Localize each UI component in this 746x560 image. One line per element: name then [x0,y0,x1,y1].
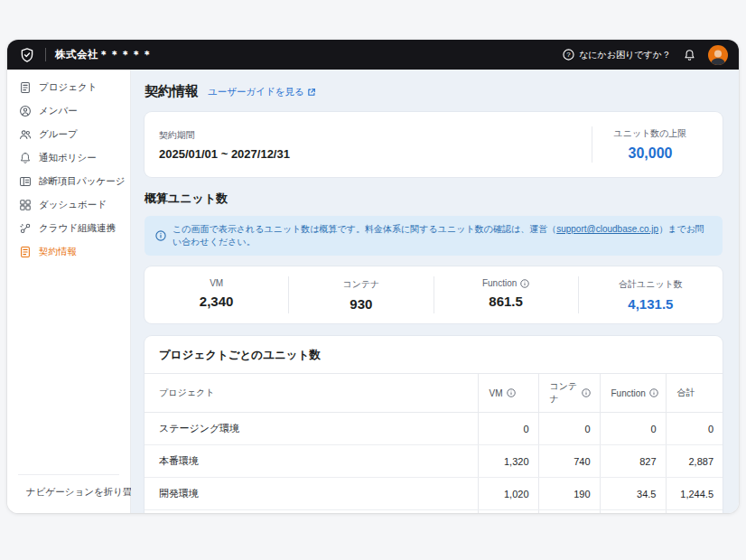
sidebar-item-label: プロジェクト [39,81,97,94]
sidebar-item-dashboard[interactable]: ダッシュボード [7,193,130,217]
column-header-vm: VM [478,374,538,413]
sidebar-item-label: 通知ポリシー [39,152,97,164]
collapse-navigation-button[interactable]: ナビゲーションを折り畳む [7,475,130,513]
info-circle-icon[interactable] [582,388,591,397]
page-title: 契約情報 [145,83,199,100]
column-header-total: 合計 [666,374,723,413]
unit-cap-value: 30,000 [592,145,708,162]
unit-stats-card: VM 2,340 コンテナ 930 Function 861.5 [145,266,723,323]
estimate-notice-banner: この画面で表示されるユニット数は概算です。料金体系に関するユニット数の確認は、運… [145,216,723,256]
table-total-row: 合計 2,340 930 861.5 4,131.5 [145,510,723,514]
question-circle-icon: ? [563,49,574,61]
user-avatar[interactable] [708,45,728,65]
function-cell: 827 [600,445,666,478]
sidebar: プロジェクト メンバー グループ 通知ポリシー [7,70,131,513]
table-header-row: プロジェクト VM コンテナ Function 合計 [145,374,723,413]
sidebar-item-label: 診断項目パッケージ [39,175,125,188]
sidebar-item-assessment-package[interactable]: 診断項目パッケージ [7,170,130,193]
grand-total-cell: 4,131.5 [666,510,723,514]
stat-total-units-value: 4,131.5 [583,296,719,312]
member-icon [19,105,32,117]
contract-document-icon [19,246,32,258]
total-cell: 2,887 [666,445,723,478]
sidebar-item-groups[interactable]: グループ [7,123,130,146]
project-units-table: プロジェクト VM コンテナ Function 合計 ステージング環境 0 0 [145,373,723,513]
collapse-navigation-label: ナビゲーションを折り畳む [26,486,142,499]
sidebar-item-label: グループ [39,128,78,141]
bell-icon [684,49,695,61]
vm-cell: 0 [478,413,538,445]
sidebar-item-label: クラウド組織連携 [39,222,116,235]
bell-icon [19,152,32,164]
stat-function-value: 861.5 [438,294,574,309]
project-name-cell: 開発環境 [145,478,478,510]
column-header-container: コンテナ [538,374,600,413]
container-cell: 740 [538,445,600,478]
table-row: ステージング環境 0 0 0 0 [145,413,723,445]
stat-function: Function 861.5 [434,276,578,313]
help-button[interactable]: ? なにかお困りですか？ [563,49,671,61]
container-cell: 190 [538,478,600,510]
document-icon [19,81,32,94]
company-name: 株式会社＊＊＊＊＊ [55,48,153,61]
column-header-project: プロジェクト [145,374,478,413]
project-name-cell: ステージング環境 [145,413,478,445]
stat-vm-value: 2,340 [148,294,284,309]
project-units-table-title: プロジェクトごとのユニット数 [145,336,723,373]
stat-container-value: 930 [293,296,429,312]
title-row: 契約情報 ユーザーガイドを見る [145,83,723,100]
help-label: なにかお困りですか？ [579,49,671,61]
stat-container: コンテナ 930 [288,276,433,313]
sidebar-item-contract-info[interactable]: 契約情報 [7,240,130,264]
sidebar-item-projects[interactable]: プロジェクト [7,76,130,99]
app-window: 株式会社＊＊＊＊＊ ? なにかお困りですか？ [7,40,739,513]
sidebar-item-members[interactable]: メンバー [7,99,130,123]
contract-period-block: 契約期間 2025/01/01 ~ 2027/12/31 [159,129,592,161]
total-cell: 1,244.5 [666,478,723,510]
package-list-icon [19,175,32,188]
sidebar-item-label: ダッシュボード [39,199,107,211]
user-guide-link-label: ユーザーガイドを見る [208,86,304,98]
info-circle-icon[interactable] [649,388,658,397]
container-cell: 0 [538,413,600,445]
sidebar-item-cloud-org-integration[interactable]: クラウド組織連携 [7,217,130,240]
info-circle-icon[interactable] [520,279,529,288]
vm-cell: 1,020 [478,478,538,510]
person-photo-icon [708,47,728,65]
total-row-label: 合計 [145,510,478,514]
stat-vm-label: VM [148,278,284,288]
top-bar: 株式会社＊＊＊＊＊ ? なにかお困りですか？ [7,40,739,70]
stat-function-label: Function [438,278,574,288]
stat-vm: VM 2,340 [145,276,288,313]
external-link-icon [307,88,316,97]
function-cell: 0 [600,413,666,445]
project-units-card: プロジェクトごとのユニット数 プロジェクト VM コンテナ Function 合… [145,336,723,513]
info-circle-icon [155,230,166,241]
notifications-button[interactable] [684,49,695,61]
brand-logo[interactable] [18,46,36,64]
info-circle-icon[interactable] [507,388,516,397]
sidebar-item-notification-policy[interactable]: 通知ポリシー [7,146,130,170]
project-name-cell: 本番環境 [145,445,478,478]
unit-cap-label: ユニット数の上限 [592,127,708,140]
contract-period-label: 契約期間 [159,129,592,142]
column-header-function: Function [600,374,666,413]
sidebar-item-label: 契約情報 [39,246,77,258]
user-guide-link[interactable]: ユーザーガイドを見る [208,86,316,98]
estimated-units-section-title: 概算ユニット数 [145,191,723,207]
topbar-right: ? なにかお困りですか？ [563,45,728,65]
estimate-notice-text: この画面で表示されるユニット数は概算です。料金体系に関するユニット数の確認は、運… [173,223,712,248]
table-row: 本番環境 1,320 740 827 2,887 [145,445,723,478]
sidebar-item-label: メンバー [39,105,78,117]
shield-check-icon [19,47,35,63]
cloud-link-icon [19,222,32,235]
dashboard-grid-icon [19,199,32,211]
sidebar-spacer [7,264,130,474]
stat-total-units: 合計ユニット数 4,131.5 [578,276,723,313]
contract-period-value: 2025/01/01 ~ 2027/12/31 [159,147,592,161]
contract-period-card: 契約期間 2025/01/01 ~ 2027/12/31 ユニット数の上限 30… [145,112,723,177]
table-row: 開発環境 1,020 190 34.5 1,244.5 [145,478,723,510]
vm-cell: 1,320 [478,445,538,478]
notice-prefix: この画面で表示されるユニット数は概算です。料金体系に関するユニット数の確認は、運… [173,224,556,234]
support-email-link[interactable]: support@cloudbase.co.jp [556,224,658,234]
